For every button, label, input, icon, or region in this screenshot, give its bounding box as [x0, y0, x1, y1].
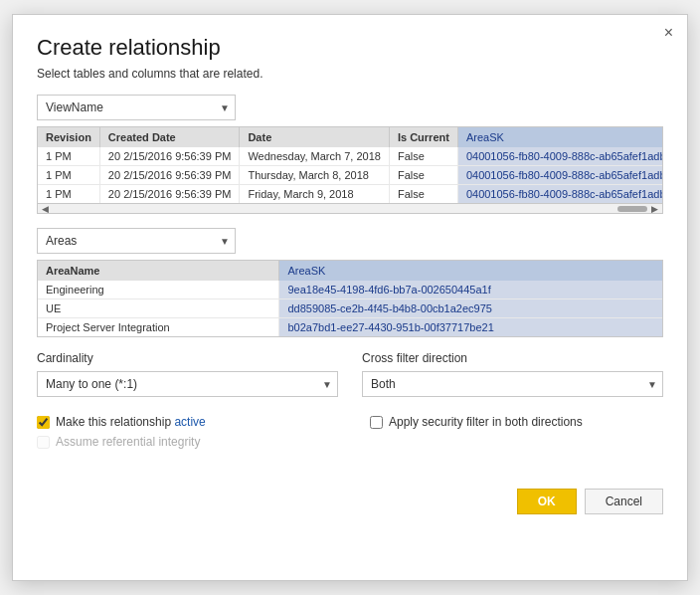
table1-scroll[interactable]: Revision Created Date Date Is Current Ar… — [38, 127, 662, 203]
table2-row1-areask: 9ea18e45-4198-4fd6-bb7a-002650445a1f — [279, 281, 662, 299]
cardinality-dropdown[interactable]: Many to one (*:1)One to many (1:*)One to… — [37, 371, 338, 397]
checkbox-col-right: Apply security filter in both directions — [370, 415, 663, 455]
table2-col-areaname: AreaName — [38, 261, 279, 281]
table1-row-3[interactable]: 1 PM 20 2/15/2016 9:56:39 PM Friday, Mar… — [38, 185, 662, 204]
table2-dropdown[interactable]: Areas — [37, 228, 236, 254]
checkbox-section: Make this relationship active Assume ref… — [37, 415, 663, 455]
cardinality-label: Cardinality — [37, 351, 338, 365]
security-checkbox[interactable] — [370, 416, 383, 429]
table1-row2-areask: 04001056-fb80-4009-888c-ab65afef1adb — [457, 166, 662, 185]
table1-col-date: Date — [240, 127, 390, 147]
cross-filter-dropdown-wrapper: BothSingle ▼ — [362, 371, 663, 397]
table2-container: AreaName AreaSK Engineering 9ea18e45-419… — [37, 260, 663, 337]
table1-col-created-date: Created Date — [99, 127, 240, 147]
table1-row2-is-current: False — [389, 166, 457, 185]
table2-row3-areaname: Project Server Integration — [38, 318, 279, 337]
cardinality-dropdown-wrapper: Many to one (*:1)One to many (1:*)One to… — [37, 371, 338, 397]
table2-scroll[interactable]: AreaName AreaSK Engineering 9ea18e45-419… — [38, 261, 662, 336]
table2-row1-areaname: Engineering — [38, 281, 279, 299]
active-checkbox[interactable] — [37, 416, 50, 429]
table1-row3-date: Friday, March 9, 2018 — [240, 185, 390, 204]
integrity-checkbox — [37, 436, 50, 449]
dialog-subtitle: Select tables and columns that are relat… — [37, 67, 663, 81]
close-button[interactable]: × — [664, 25, 673, 41]
table1-row1-created-date: 20 2/15/2016 9:56:39 PM — [99, 147, 240, 166]
table1-scrollbar[interactable]: ◀ ▶ — [38, 203, 662, 213]
active-checkbox-label: Make this relationship active — [56, 415, 206, 429]
table1-dropdown[interactable]: ViewName — [37, 95, 236, 120]
integrity-checkbox-label: Assume referential integrity — [56, 435, 200, 449]
table1-col-areask: AreaSK — [457, 127, 662, 147]
table2-row-1[interactable]: Engineering 9ea18e45-4198-4fd6-bb7a-0026… — [38, 281, 662, 299]
integrity-checkbox-row: Assume referential integrity — [37, 435, 330, 449]
table1-col-is-current: Is Current — [389, 127, 457, 147]
table1-row3-created-date: 20 2/15/2016 9:56:39 PM — [99, 185, 240, 204]
table1-row3-areask: 04001056-fb80-4009-888c-ab65afef1adb — [457, 185, 662, 204]
scroll-thumb — [617, 206, 647, 212]
cross-filter-dropdown[interactable]: BothSingle — [362, 371, 663, 397]
table1: Revision Created Date Date Is Current Ar… — [38, 127, 662, 203]
table2: AreaName AreaSK Engineering 9ea18e45-419… — [38, 261, 662, 336]
table1-container: Revision Created Date Date Is Current Ar… — [37, 126, 663, 214]
table1-col-revision: Revision — [38, 127, 99, 147]
table1-row-1[interactable]: 1 PM 20 2/15/2016 9:56:39 PM Wednesday, … — [38, 147, 662, 166]
table1-row3-is-current: False — [389, 185, 457, 204]
table2-row3-areask: b02a7bd1-ee27-4430-951b-00f37717be21 — [279, 318, 662, 337]
ok-button[interactable]: OK — [517, 489, 577, 514]
create-relationship-dialog: × Create relationship Select tables and … — [12, 14, 688, 581]
dialog-footer: OK Cancel — [37, 479, 663, 514]
security-checkbox-row: Apply security filter in both directions — [370, 415, 663, 429]
table2-row-2[interactable]: UE dd859085-ce2b-4f45-b4b8-00cb1a2ec975 — [38, 299, 662, 318]
cancel-button[interactable]: Cancel — [585, 489, 663, 514]
scroll-left-icon[interactable]: ◀ — [42, 204, 49, 214]
table2-row2-areaname: UE — [38, 299, 279, 318]
table1-dropdown-wrapper: ViewName ▼ — [37, 95, 236, 120]
cross-filter-section: Cross filter direction BothSingle ▼ — [362, 351, 663, 403]
table1-row1-revision: 1 PM — [38, 147, 99, 166]
table1-row2-revision: 1 PM — [38, 166, 99, 185]
table1-row2-date: Thursday, March 8, 2018 — [240, 166, 390, 185]
table1-row3-revision: 1 PM — [38, 185, 99, 204]
table2-dropdown-wrapper: Areas ▼ — [37, 228, 236, 254]
table1-row1-areask: 04001056-fb80-4009-888c-ab65afef1adb — [457, 147, 662, 166]
security-checkbox-label: Apply security filter in both directions — [389, 415, 583, 429]
scroll-right-icon[interactable]: ▶ — [651, 204, 658, 214]
table2-row-3[interactable]: Project Server Integration b02a7bd1-ee27… — [38, 318, 662, 337]
table1-row-2[interactable]: 1 PM 20 2/15/2016 9:56:39 PM Thursday, M… — [38, 166, 662, 185]
table1-row1-date: Wednesday, March 7, 2018 — [240, 147, 390, 166]
table2-row2-areask: dd859085-ce2b-4f45-b4b8-00cb1a2ec975 — [279, 299, 662, 318]
settings-row: Cardinality Many to one (*:1)One to many… — [37, 351, 663, 403]
table2-col-areask: AreaSK — [279, 261, 662, 281]
active-checkbox-row: Make this relationship active — [37, 415, 330, 429]
cardinality-section: Cardinality Many to one (*:1)One to many… — [37, 351, 338, 403]
checkbox-col-left: Make this relationship active Assume ref… — [37, 415, 330, 455]
dialog-title: Create relationship — [37, 35, 663, 61]
table1-row1-is-current: False — [389, 147, 457, 166]
table1-row2-created-date: 20 2/15/2016 9:56:39 PM — [99, 166, 240, 185]
cross-filter-label: Cross filter direction — [362, 351, 663, 365]
